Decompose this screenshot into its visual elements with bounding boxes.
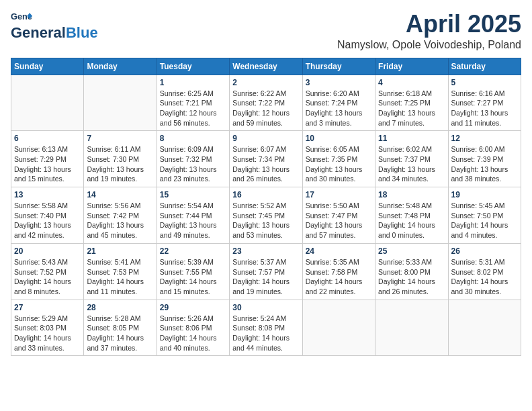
calendar-cell: 8Sunrise: 6:09 AM Sunset: 7:32 PM Daylig…: [157, 131, 229, 187]
calendar-cell: 7Sunrise: 6:11 AM Sunset: 7:30 PM Daylig…: [84, 131, 157, 187]
calendar-week-4: 20Sunrise: 5:43 AM Sunset: 7:52 PM Dayli…: [11, 243, 521, 300]
day-detail: Sunrise: 5:45 AM Sunset: 7:50 PM Dayligh…: [451, 201, 518, 240]
calendar-cell: 5Sunrise: 6:16 AM Sunset: 7:27 PM Daylig…: [448, 75, 521, 131]
day-number: 29: [160, 303, 226, 312]
weekday-wednesday: Wednesday: [230, 58, 302, 75]
day-detail: Sunrise: 5:29 AM Sunset: 8:03 PM Dayligh…: [14, 314, 81, 353]
calendar-cell: 28Sunrise: 5:28 AM Sunset: 8:05 PM Dayli…: [84, 300, 157, 356]
day-detail: Sunrise: 5:54 AM Sunset: 7:44 PM Dayligh…: [160, 201, 226, 240]
title-block: April 2025 Namyslow, Opole Voivodeship, …: [337, 11, 521, 51]
day-number: 17: [306, 190, 372, 199]
day-detail: Sunrise: 5:56 AM Sunset: 7:42 PM Dayligh…: [87, 201, 153, 240]
month-title: April 2025: [337, 11, 521, 38]
weekday-header-row: SundayMondayTuesdayWednesdayThursdayFrid…: [11, 58, 521, 75]
page-header: General General Blue April 2025 Namyslow…: [11, 11, 521, 51]
calendar-cell: 27Sunrise: 5:29 AM Sunset: 8:03 PM Dayli…: [11, 300, 84, 356]
day-detail: Sunrise: 6:20 AM Sunset: 7:24 PM Dayligh…: [306, 89, 372, 128]
calendar-cell: 12Sunrise: 6:00 AM Sunset: 7:39 PM Dayli…: [448, 131, 521, 187]
calendar-week-5: 27Sunrise: 5:29 AM Sunset: 8:03 PM Dayli…: [11, 300, 521, 356]
logo: General General Blue: [11, 11, 98, 42]
weekday-friday: Friday: [375, 58, 448, 75]
day-number: 2: [232, 78, 299, 87]
calendar-cell: [302, 300, 375, 356]
calendar-cell: 29Sunrise: 5:26 AM Sunset: 8:06 PM Dayli…: [157, 300, 229, 356]
calendar-cell: 23Sunrise: 5:37 AM Sunset: 7:57 PM Dayli…: [230, 243, 302, 300]
calendar-cell: 16Sunrise: 5:52 AM Sunset: 7:45 PM Dayli…: [230, 187, 302, 244]
day-number: 5: [451, 78, 518, 87]
day-detail: Sunrise: 6:16 AM Sunset: 7:27 PM Dayligh…: [451, 89, 518, 128]
day-detail: Sunrise: 6:02 AM Sunset: 7:37 PM Dayligh…: [378, 144, 445, 184]
day-number: 25: [378, 246, 445, 256]
calendar-cell: 1Sunrise: 6:25 AM Sunset: 7:21 PM Daylig…: [157, 75, 229, 131]
day-detail: Sunrise: 5:28 AM Sunset: 8:05 PM Dayligh…: [87, 314, 153, 353]
day-number: 18: [378, 190, 445, 199]
day-detail: Sunrise: 6:11 AM Sunset: 7:30 PM Dayligh…: [87, 144, 153, 184]
logo-blue: Blue: [66, 24, 98, 42]
day-detail: Sunrise: 6:05 AM Sunset: 7:35 PM Dayligh…: [306, 144, 372, 184]
day-detail: Sunrise: 5:58 AM Sunset: 7:40 PM Dayligh…: [14, 201, 81, 240]
day-number: 27: [14, 303, 81, 312]
weekday-saturday: Saturday: [448, 58, 521, 75]
calendar-cell: 11Sunrise: 6:02 AM Sunset: 7:37 PM Dayli…: [375, 131, 448, 187]
weekday-tuesday: Tuesday: [157, 58, 229, 75]
day-number: 16: [232, 190, 299, 199]
day-number: 15: [160, 190, 226, 199]
calendar-cell: 2Sunrise: 6:22 AM Sunset: 7:22 PM Daylig…: [230, 75, 302, 131]
day-number: 8: [160, 134, 226, 143]
day-detail: Sunrise: 5:48 AM Sunset: 7:48 PM Dayligh…: [378, 201, 445, 240]
calendar-cell: [375, 300, 448, 356]
calendar-week-3: 13Sunrise: 5:58 AM Sunset: 7:40 PM Dayli…: [11, 187, 521, 244]
day-detail: Sunrise: 6:22 AM Sunset: 7:22 PM Dayligh…: [232, 89, 299, 128]
calendar-week-1: 1Sunrise: 6:25 AM Sunset: 7:21 PM Daylig…: [11, 75, 521, 131]
day-number: 11: [378, 134, 445, 143]
location-title: Namyslow, Opole Voivodeship, Poland: [337, 39, 521, 51]
day-number: 23: [232, 246, 299, 256]
calendar-cell: 25Sunrise: 5:33 AM Sunset: 8:00 PM Dayli…: [375, 243, 448, 300]
calendar-cell: 26Sunrise: 5:31 AM Sunset: 8:02 PM Dayli…: [448, 243, 521, 300]
calendar-cell: 30Sunrise: 5:24 AM Sunset: 8:08 PM Dayli…: [230, 300, 302, 356]
day-number: 1: [160, 78, 226, 87]
calendar-cell: 13Sunrise: 5:58 AM Sunset: 7:40 PM Dayli…: [11, 187, 84, 244]
day-detail: Sunrise: 6:07 AM Sunset: 7:34 PM Dayligh…: [232, 144, 299, 184]
day-detail: Sunrise: 5:26 AM Sunset: 8:06 PM Dayligh…: [160, 314, 226, 353]
calendar-cell: 4Sunrise: 6:18 AM Sunset: 7:25 PM Daylig…: [375, 75, 448, 131]
weekday-sunday: Sunday: [11, 58, 84, 75]
weekday-thursday: Thursday: [302, 58, 375, 75]
calendar-cell: [84, 75, 157, 131]
day-detail: Sunrise: 5:41 AM Sunset: 7:53 PM Dayligh…: [87, 257, 153, 297]
calendar-cell: 15Sunrise: 5:54 AM Sunset: 7:44 PM Dayli…: [157, 187, 229, 244]
calendar-cell: 24Sunrise: 5:35 AM Sunset: 7:58 PM Dayli…: [302, 243, 375, 300]
day-number: 28: [87, 303, 153, 312]
day-number: 12: [451, 134, 518, 143]
calendar-table: SundayMondayTuesdayWednesdayThursdayFrid…: [11, 58, 521, 357]
day-number: 22: [160, 246, 226, 256]
day-detail: Sunrise: 6:18 AM Sunset: 7:25 PM Dayligh…: [378, 89, 445, 128]
day-detail: Sunrise: 6:13 AM Sunset: 7:29 PM Dayligh…: [14, 144, 81, 184]
day-number: 6: [14, 134, 81, 143]
day-detail: Sunrise: 5:50 AM Sunset: 7:47 PM Dayligh…: [306, 201, 372, 240]
calendar-cell: 17Sunrise: 5:50 AM Sunset: 7:47 PM Dayli…: [302, 187, 375, 244]
calendar-cell: 14Sunrise: 5:56 AM Sunset: 7:42 PM Dayli…: [84, 187, 157, 244]
day-detail: Sunrise: 6:09 AM Sunset: 7:32 PM Dayligh…: [160, 144, 226, 184]
day-detail: Sunrise: 6:00 AM Sunset: 7:39 PM Dayligh…: [451, 144, 518, 184]
weekday-monday: Monday: [84, 58, 157, 75]
day-number: 14: [87, 190, 153, 199]
day-number: 24: [306, 246, 372, 256]
calendar-cell: 22Sunrise: 5:39 AM Sunset: 7:55 PM Dayli…: [157, 243, 229, 300]
day-number: 10: [306, 134, 372, 143]
day-detail: Sunrise: 5:35 AM Sunset: 7:58 PM Dayligh…: [306, 257, 372, 297]
calendar-week-2: 6Sunrise: 6:13 AM Sunset: 7:29 PM Daylig…: [11, 131, 521, 187]
day-number: 7: [87, 134, 153, 143]
calendar-cell: 19Sunrise: 5:45 AM Sunset: 7:50 PM Dayli…: [448, 187, 521, 244]
calendar-cell: [11, 75, 84, 131]
day-number: 21: [87, 246, 153, 256]
day-detail: Sunrise: 5:37 AM Sunset: 7:57 PM Dayligh…: [232, 257, 299, 297]
day-detail: Sunrise: 5:43 AM Sunset: 7:52 PM Dayligh…: [14, 257, 81, 297]
calendar-cell: 3Sunrise: 6:20 AM Sunset: 7:24 PM Daylig…: [302, 75, 375, 131]
day-number: 30: [232, 303, 299, 312]
day-number: 19: [451, 190, 518, 199]
day-detail: Sunrise: 5:24 AM Sunset: 8:08 PM Dayligh…: [232, 314, 299, 353]
day-detail: Sunrise: 5:52 AM Sunset: 7:45 PM Dayligh…: [232, 201, 299, 240]
day-number: 20: [14, 246, 81, 256]
day-detail: Sunrise: 5:31 AM Sunset: 8:02 PM Dayligh…: [451, 257, 518, 297]
